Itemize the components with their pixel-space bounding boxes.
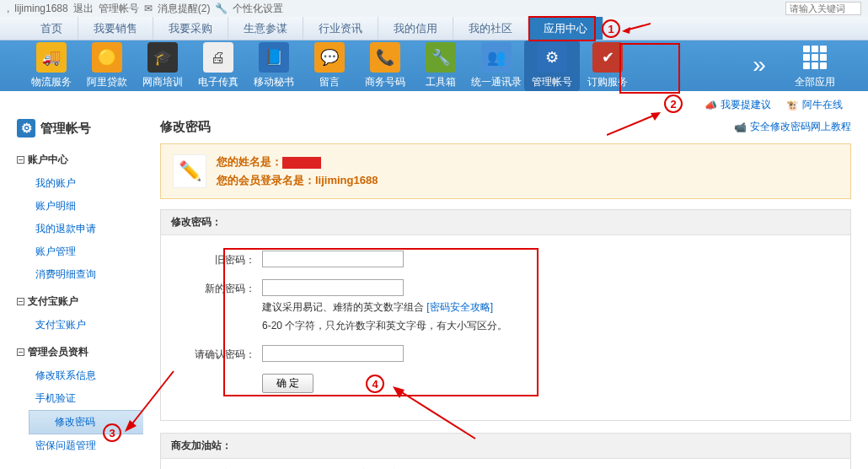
check-icon: ✔ xyxy=(592,42,623,73)
panel-header-tips: 商友加油站： xyxy=(161,434,850,459)
megaphone-icon: 📣 xyxy=(705,100,717,111)
grid-icon xyxy=(800,42,830,73)
redacted-name xyxy=(282,157,321,169)
double-chevron-icon: » xyxy=(744,50,774,80)
change-password-panel: 修改密码： 旧密码： 新的密码： 建议采用易记、难猜的英文数字组合 [密码安全攻… xyxy=(160,209,851,421)
app-all[interactable]: 全部应用 xyxy=(787,42,843,89)
sidebar-title: ⚙管理帐号 xyxy=(17,119,143,137)
sidebar-group-alipay[interactable]: 支付宝账户 xyxy=(17,289,143,314)
app-tray: 🚚物流服务 🟡阿里贷款 🎓网商培训 🖨电子传真 📘移动秘书 💬留言 📞商务号码 … xyxy=(0,40,868,91)
ingot-icon: 🟡 xyxy=(92,42,122,73)
nav-app-center[interactable]: 应用中心 xyxy=(528,17,603,40)
sidebar-item-phone[interactable]: 手机验证 xyxy=(35,392,76,404)
confirm-password-input[interactable] xyxy=(262,345,404,362)
app-more-arrow[interactable]: » xyxy=(731,50,787,83)
submit-button[interactable]: 确 定 xyxy=(262,374,313,393)
collapse-icon xyxy=(17,298,24,305)
main-panel: 修改密码 📹安全修改密码网上教程 ✏️ 您的姓名是： 您的会员登录名是：liji… xyxy=(143,119,851,469)
main-nav: 首页 我要销售 我要采购 生意参谋 行业资讯 我的信用 我的社区 应用中心 xyxy=(0,17,868,40)
login-value: lijiming1688 xyxy=(315,174,378,186)
sidebar-item-security[interactable]: 密保问题管理 xyxy=(35,439,96,451)
suggest-bar: 📣我要提建议 🐮阿牛在线 xyxy=(0,91,868,119)
collapse-icon xyxy=(17,156,24,164)
sidebar-item-myaccount[interactable]: 我的账户 xyxy=(35,177,76,189)
page-title: 修改密码 xyxy=(160,119,211,135)
gear-icon: ⚙ xyxy=(537,42,567,73)
tip-rules: 6-20 个字符，只允许数字和英文字母，有大小写区分。 xyxy=(262,319,507,333)
mail-icon: ✉ xyxy=(144,3,153,14)
new-password-label: 新的密码： xyxy=(186,279,262,296)
app-biznum[interactable]: 📞商务号码 xyxy=(357,42,413,89)
sidebar-item-password[interactable]: 修改密码 xyxy=(55,416,95,428)
app-manage-account[interactable]: ⚙管理帐号 xyxy=(524,40,580,91)
sidebar: ⚙管理帐号 账户中心 我的账户 账户明细 我的退款申请 账户管理 消费明细查询 … xyxy=(17,119,143,469)
app-message[interactable]: 💬留言 xyxy=(302,42,357,89)
wrench-icon: 🔧 xyxy=(426,42,456,73)
nav-industry[interactable]: 行业资讯 xyxy=(303,17,378,40)
sidebar-group-account[interactable]: 账户中心 xyxy=(17,148,143,172)
chat-icon: 💬 xyxy=(314,42,345,73)
app-fax[interactable]: 🖨电子传真 xyxy=(190,42,246,89)
login-label: 您的会员登录名是： xyxy=(217,174,315,186)
app-subscribe[interactable]: ✔订购服务 xyxy=(580,42,635,89)
mascot-icon: 🐮 xyxy=(786,100,799,111)
messages-link[interactable]: 消息提醒(2) xyxy=(158,2,211,16)
nav-home[interactable]: 首页 xyxy=(25,17,78,40)
tip-text: 建议采用易记、难猜的英文数字组合 xyxy=(262,301,424,313)
app-contacts[interactable]: 👥统一通讯录 xyxy=(469,42,524,89)
sidebar-item-refund[interactable]: 我的退款申请 xyxy=(35,223,96,234)
printer-icon: 🖨 xyxy=(203,42,233,73)
nav-community[interactable]: 我的社区 xyxy=(453,17,528,40)
app-loan[interactable]: 🟡阿里贷款 xyxy=(79,42,135,89)
wrench-icon: 🔧 xyxy=(215,3,228,14)
tips-panel: 商友加油站： 如何防止密码被盗 如何设置安全的密码 xyxy=(160,433,851,469)
confirm-password-label: 请确认密码： xyxy=(186,345,262,362)
old-password-input[interactable] xyxy=(262,251,404,267)
feedback-link[interactable]: 📣我要提建议 xyxy=(705,98,771,112)
camera-icon: 📹 xyxy=(734,121,747,133)
app-toolbox[interactable]: 🔧工具箱 xyxy=(413,42,469,89)
logout-link[interactable]: 退出 xyxy=(73,2,94,16)
pencil-icon: ✏️ xyxy=(173,154,206,188)
sidebar-item-alipay[interactable]: 支付宝账户 xyxy=(35,319,86,331)
sidebar-item-manage[interactable]: 账户管理 xyxy=(35,245,76,257)
nav-sell[interactable]: 我要销售 xyxy=(78,17,153,40)
sidebar-item-spend[interactable]: 消费明细查询 xyxy=(35,268,96,280)
top-bar: , lijiming1688 退出 管理帐号 ✉ 消息提醒(2) 🔧 个性化设置 xyxy=(0,0,868,17)
user-info-box: ✏️ 您的姓名是： 您的会员登录名是：lijiming1688 xyxy=(160,143,851,199)
sidebar-item-detail[interactable]: 账户明细 xyxy=(35,200,76,212)
gear-icon: ⚙ xyxy=(17,119,35,137)
collapse-icon xyxy=(17,348,24,356)
book-icon: 📘 xyxy=(259,42,289,73)
top-user-link[interactable]: lijiming1688 xyxy=(14,3,67,14)
sidebar-item-contact[interactable]: 修改联系信息 xyxy=(35,369,96,381)
nav-credit[interactable]: 我的信用 xyxy=(378,17,453,40)
aniu-link[interactable]: 🐮阿牛在线 xyxy=(786,98,843,112)
app-training[interactable]: 🎓网商培训 xyxy=(135,42,190,89)
graduation-icon: 🎓 xyxy=(147,42,178,73)
app-mobile[interactable]: 📘移动秘书 xyxy=(246,42,302,89)
people-icon: 👥 xyxy=(481,42,512,73)
name-label: 您的姓名是： xyxy=(217,155,282,168)
top-manage-link[interactable]: 管理帐号 xyxy=(99,2,139,16)
truck-icon: 🚚 xyxy=(36,42,67,73)
sidebar-group-member[interactable]: 管理会员资料 xyxy=(17,340,143,364)
password-guide-link[interactable]: [密码安全攻略] xyxy=(426,301,493,313)
old-password-label: 旧密码： xyxy=(186,251,262,267)
nav-analytics[interactable]: 生意参谋 xyxy=(228,17,303,40)
keyword-search-input[interactable] xyxy=(785,2,861,15)
help-tutorial-link[interactable]: 📹安全修改密码网上教程 xyxy=(734,120,851,134)
nav-buy[interactable]: 我要采购 xyxy=(153,17,228,40)
phone-icon: 📞 xyxy=(370,42,400,73)
panel-header: 修改密码： xyxy=(161,210,850,235)
personalize-link[interactable]: 个性化设置 xyxy=(233,2,283,16)
new-password-input[interactable] xyxy=(262,279,404,296)
app-logistics[interactable]: 🚚物流服务 xyxy=(24,42,79,89)
